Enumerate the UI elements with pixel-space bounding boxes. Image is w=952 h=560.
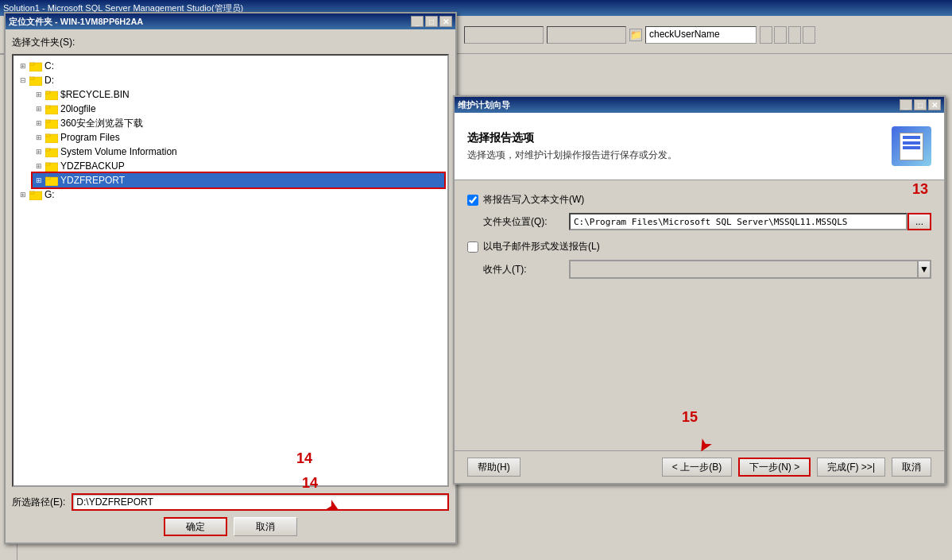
- select-folder-label: 选择文件夹(S):: [12, 36, 449, 49]
- folder-icon-c: [29, 60, 42, 71]
- sysvolinfo-label: System Volume Information: [60, 146, 177, 157]
- tree-item-g[interactable]: ⊞ G:: [17, 187, 444, 202]
- write-to-file-row: 将报告写入文本文件(W): [467, 193, 931, 207]
- annotation-14-label: 14: [302, 475, 318, 492]
- folder-icon-d: [29, 75, 42, 86]
- wizard-dialog: 维护计划向导 _ □ ✕ 选择报告选项 选择选项，对维护计划操作报告进行保存或分…: [453, 95, 946, 485]
- drive-c-label: C:: [45, 60, 54, 71]
- recipients-dropdown[interactable]: ▼: [918, 261, 931, 278]
- annotation-14: 14: [296, 450, 312, 467]
- annotation-15: 15: [682, 409, 698, 426]
- folder-dialog-titlebar: 定位文件夹 - WIN-1VM8PP6H2AA _ □ ✕: [6, 14, 455, 29]
- ydzfreport-label: YDZFREPORT: [60, 175, 125, 186]
- tree-item-d[interactable]: ⊟ D:: [17, 73, 444, 87]
- expand-icon-360: ⊞: [33, 117, 45, 129]
- svg-rect-3: [29, 77, 34, 79]
- toolbar-btn-4[interactable]: [803, 26, 815, 44]
- dialog-buttons: 确定 取消: [12, 517, 449, 536]
- folder-icon-20logfile: [45, 103, 58, 114]
- recycle-bin-label: $RECYCLE.BIN: [60, 89, 130, 100]
- tree-item-ydzfreport[interactable]: ⊞ YDZFREPORT: [33, 173, 444, 187]
- folder-icon-sysvolinfo: [45, 146, 58, 157]
- toolbar-btn-3[interactable]: [788, 26, 801, 44]
- path-section: 所选路径(E):: [12, 493, 449, 511]
- wizard-header-title: 选择报告选项: [467, 131, 677, 145]
- svg-rect-17: [45, 177, 50, 180]
- wizard-maximize-button[interactable]: □: [914, 99, 927, 110]
- expand-icon-g: ⊞: [17, 188, 29, 201]
- expand-icon-programfiles: ⊞: [33, 131, 45, 144]
- back-button[interactable]: < 上一步(B): [662, 458, 732, 477]
- recipients-row: 收件人(T): ▼: [467, 260, 931, 279]
- programfiles-label: Program Files: [60, 132, 120, 143]
- wizard-cancel-button[interactable]: 取消: [892, 458, 931, 477]
- svg-rect-9: [45, 120, 50, 122]
- wizard-content: 选择报告选项 选择选项，对维护计划操作报告进行保存或分发。 将报告写入文本文: [455, 113, 944, 483]
- folder-location-input[interactable]: [569, 213, 907, 230]
- help-button[interactable]: 帮助(H): [467, 458, 521, 477]
- maximize-button[interactable]: □: [425, 16, 438, 27]
- tree-item-360[interactable]: ⊞ 360安全浏览器下载: [33, 116, 444, 130]
- tree-item-c[interactable]: ⊞ C:: [17, 59, 444, 73]
- write-to-file-checkbox[interactable]: [467, 195, 478, 206]
- tree-item-20logfile[interactable]: ⊞ 20logfile: [33, 102, 444, 116]
- recipients-input[interactable]: [570, 261, 918, 278]
- folder-icon-360: [45, 118, 58, 129]
- svg-rect-1: [29, 63, 34, 65]
- svg-rect-11: [45, 134, 50, 137]
- minimize-button[interactable]: _: [411, 16, 424, 27]
- email-report-row: 以电子邮件形式发送报告(L): [467, 240, 931, 253]
- annotation-13: 13: [912, 181, 928, 198]
- folder-icon-recycle: [45, 89, 58, 100]
- folder-dialog-content: 选择文件夹(S): ⊞ C: ⊟ D:: [6, 29, 455, 543]
- expand-icon-d: ⊟: [17, 74, 29, 87]
- function-selector[interactable]: checkUserName: [645, 26, 757, 44]
- toolbar-btn-1[interactable]: [760, 26, 772, 44]
- wizard-titlebar: 维护计划向导 _ □ ✕: [455, 97, 944, 113]
- tree-item-ydzfbackup[interactable]: ⊞ YDZFBACKUP: [33, 159, 444, 173]
- tree-item-sysvolinfo[interactable]: ⊞ System Volume Information: [33, 145, 444, 159]
- cancel-button[interactable]: 取消: [234, 517, 297, 536]
- folder-icon-g: [29, 189, 42, 200]
- wizard-header-icon: [876, 122, 931, 170]
- confirm-button[interactable]: 确定: [164, 517, 227, 536]
- folder-icon-ydzfreport: [45, 175, 58, 186]
- wizard-header-text: 选择报告选项 选择选项，对维护计划操作报告进行保存或分发。: [467, 131, 677, 162]
- folder-location-row: 文件夹位置(Q): ...: [467, 213, 931, 230]
- expand-icon-ydzfreport: ⊞: [33, 174, 45, 187]
- recipients-field: ▼: [569, 260, 931, 279]
- close-button[interactable]: ✕: [439, 16, 452, 27]
- tree-item-recycle[interactable]: ⊞ $RECYCLE.BIN: [33, 87, 444, 102]
- expand-icon-c: ⊞: [17, 60, 29, 72]
- drive-d-children: ⊞ $RECYCLE.BIN ⊞ 20logfile ⊞: [17, 87, 444, 187]
- svg-rect-13: [45, 149, 50, 151]
- folder-icon-programfiles: [45, 132, 58, 143]
- tree-item-programfiles[interactable]: ⊞ Program Files: [33, 130, 444, 145]
- title-buttons: _ □ ✕: [411, 16, 452, 27]
- email-report-checkbox[interactable]: [467, 241, 478, 253]
- wizard-minimize-button[interactable]: _: [900, 99, 912, 110]
- wizard-header: 选择报告选项 选择选项，对维护计划操作报告进行保存或分发。: [455, 113, 944, 180]
- wizard-header-subtitle: 选择选项，对维护计划操作报告进行保存或分发。: [467, 149, 677, 162]
- expand-icon-sysvolinfo: ⊞: [33, 145, 45, 158]
- svg-rect-15: [45, 163, 50, 165]
- ydzfbackup-label: YDZFBACKUP: [60, 160, 125, 172]
- browse-button[interactable]: ...: [907, 213, 931, 230]
- drive-d-label: D:: [45, 75, 54, 86]
- finish-button[interactable]: 完成(F) >>|: [817, 458, 885, 477]
- folder-icon-ydzfbackup: [45, 160, 58, 172]
- folder-location-label: 文件夹位置(Q):: [483, 215, 563, 229]
- next-button[interactable]: 下一步(N) >: [738, 458, 811, 477]
- toolbar-btn-2[interactable]: [774, 26, 787, 44]
- email-report-label: 以电子邮件形式发送报告(L): [483, 240, 600, 253]
- path-input[interactable]: [72, 493, 449, 511]
- folder-tree[interactable]: ⊞ C: ⊟ D: ⊞: [12, 54, 449, 487]
- expand-icon-20logfile: ⊞: [33, 102, 45, 115]
- svg-rect-5: [45, 91, 50, 94]
- 360-label: 360安全浏览器下载: [60, 117, 143, 130]
- wizard-footer: 帮助(H) < 上一步(B) 下一步(N) > 完成(F) >>| 取消: [455, 450, 944, 483]
- wizard-close-button[interactable]: ✕: [928, 99, 941, 110]
- recipients-label: 收件人(T):: [483, 263, 563, 276]
- svg-rect-19: [29, 191, 34, 194]
- path-label: 所选路径(E):: [12, 496, 65, 509]
